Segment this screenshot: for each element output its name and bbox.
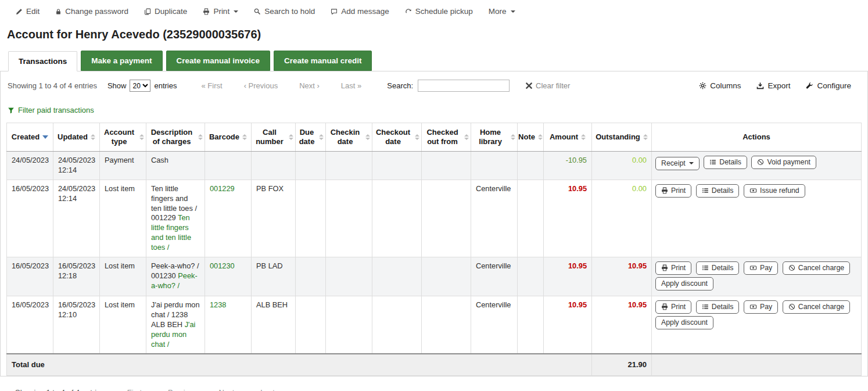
first-page-link[interactable]: « First <box>202 81 223 90</box>
search-to-hold-button[interactable]: Search to hold <box>254 7 315 16</box>
amount-cell: 10.95 <box>544 257 592 296</box>
table-tools: Columns Export Configure <box>699 81 851 90</box>
next-page-link[interactable]: Next › <box>299 81 320 90</box>
table-row: 24/05/2023 24/05/2023 12:14 Payment Cash… <box>7 152 862 180</box>
change-password-button[interactable]: Change password <box>55 7 128 16</box>
column-header-description[interactable]: Description of charges <box>146 123 205 152</box>
table-row: 16/05/2023 16/05/2023 12:18 Lost item Pe… <box>7 257 862 296</box>
apply-discount-button[interactable]: Apply discount <box>655 316 713 329</box>
printer-icon <box>661 187 668 194</box>
details-button[interactable]: Details <box>696 300 740 314</box>
barcode-cell <box>205 152 252 180</box>
filter-row: Filter paid transactions <box>8 106 862 116</box>
filter-paid-transactions-link[interactable]: Filter paid transactions <box>8 106 94 114</box>
ban-icon <box>788 303 795 310</box>
column-header-home-library[interactable]: Home library <box>471 123 518 152</box>
description-text: Ten little fingers and ten little toes /… <box>151 184 197 223</box>
print-button[interactable]: Print <box>655 261 691 275</box>
column-header-barcode[interactable]: Barcode <box>205 123 252 152</box>
tab-make-a-payment[interactable]: Make a payment <box>81 51 162 71</box>
details-button[interactable]: Details <box>704 156 747 169</box>
duplicate-button[interactable]: Duplicate <box>144 7 187 16</box>
list-icon <box>702 187 709 194</box>
ban-icon <box>757 159 764 166</box>
tab-create-manual-credit[interactable]: Create manual credit <box>274 51 372 71</box>
print-button[interactable]: Print <box>655 184 691 198</box>
column-header-amount[interactable]: Amount <box>544 123 592 152</box>
column-header-outstanding[interactable]: Outstanding <box>592 123 652 152</box>
actions-cell: Receipt Details Void payment <box>652 152 862 180</box>
configure-button[interactable]: Configure <box>806 81 851 90</box>
header-label: Outstanding <box>596 132 640 142</box>
schedule-pickup-button[interactable]: Schedule pickup <box>405 7 473 16</box>
barcode-link[interactable]: 001229 <box>210 184 235 193</box>
pay-button[interactable]: Pay <box>744 261 778 275</box>
column-header-note[interactable]: Note <box>518 123 544 152</box>
print-button[interactable]: Print <box>655 300 691 314</box>
page-size-select[interactable]: 20 <box>130 80 150 92</box>
last-page-link[interactable]: Last » <box>260 388 281 391</box>
checked-out-from-cell <box>422 257 471 296</box>
total-due-label: Total due <box>7 354 592 375</box>
previous-page-link[interactable]: ‹ Previous <box>244 81 278 90</box>
column-header-call-number[interactable]: Call number <box>252 123 296 152</box>
issue-refund-button[interactable]: Issue refund <box>744 184 805 198</box>
checkin-date-cell <box>326 152 372 180</box>
home-library-cell: Centerville <box>471 180 518 257</box>
tab-create-manual-invoice[interactable]: Create manual invoice <box>166 51 270 71</box>
due-date-cell <box>296 296 326 354</box>
description-cell: Cash <box>146 152 205 180</box>
last-page-link[interactable]: Last » <box>341 81 361 90</box>
details-button[interactable]: Details <box>696 184 740 198</box>
column-header-account-type[interactable]: Account type <box>100 123 146 152</box>
print-label: Print <box>671 186 686 195</box>
barcode-link[interactable]: 001230 <box>210 261 235 270</box>
column-header-created[interactable]: Created <box>7 123 53 152</box>
column-header-checked-out-from[interactable]: Checked out from <box>422 123 471 152</box>
print-menu-button[interactable]: Print <box>203 7 238 16</box>
cancel-charge-button[interactable]: Cancel charge <box>783 300 850 314</box>
void-payment-button[interactable]: Void payment <box>751 156 816 169</box>
receipt-button[interactable]: Receipt <box>655 157 700 170</box>
column-header-checkin-date[interactable]: Checkin date <box>326 123 372 152</box>
barcode-cell: 001229 <box>205 180 252 257</box>
note-cell <box>518 180 544 257</box>
edit-button[interactable]: Edit <box>16 7 40 16</box>
issue-refund-label: Issue refund <box>760 186 799 195</box>
column-header-due-date[interactable]: Due date <box>296 123 326 152</box>
outstanding-cell: 0.00 <box>592 152 652 180</box>
clear-filter-button[interactable]: Clear filter <box>526 81 570 90</box>
pay-button[interactable]: Pay <box>744 300 778 314</box>
barcode-link[interactable]: 1238 <box>210 300 226 309</box>
column-header-actions: Actions <box>652 123 862 152</box>
tab-transactions[interactable]: Transactions <box>8 51 77 71</box>
column-header-updated[interactable]: Updated <box>53 123 100 152</box>
first-page-link[interactable]: « First <box>121 388 142 391</box>
funnel-icon <box>8 107 15 114</box>
table-row: 16/05/2023 24/05/2023 12:14 Lost item Te… <box>7 180 862 257</box>
columns-button[interactable]: Columns <box>699 81 741 90</box>
showing-entries-info: Showing 1 to 4 of 4 entries <box>15 388 105 391</box>
caret-down-icon <box>689 162 694 164</box>
list-icon <box>702 303 709 310</box>
column-header-checkout-date[interactable]: Checkout date <box>372 123 422 152</box>
details-button[interactable]: Details <box>696 261 740 275</box>
actions-cell: Print Details Pay Cancel charge Apply di… <box>652 257 862 296</box>
print-label: Print <box>213 7 229 16</box>
previous-page-link[interactable]: ‹ Previous <box>163 388 198 391</box>
gear-icon <box>699 82 706 89</box>
page-title: Account for Henry Acevedo (2352900003567… <box>7 28 861 41</box>
due-date-cell <box>296 257 326 296</box>
more-menu-button[interactable]: More <box>489 7 515 16</box>
apply-discount-label: Apply discount <box>661 318 708 327</box>
add-message-button[interactable]: Add message <box>331 7 389 16</box>
apply-discount-button[interactable]: Apply discount <box>655 277 713 290</box>
export-button[interactable]: Export <box>756 81 790 90</box>
next-page-link[interactable]: Next › <box>219 388 239 391</box>
list-icon <box>709 159 716 166</box>
money-icon <box>749 303 757 310</box>
checkout-date-cell <box>372 296 422 354</box>
cancel-charge-button[interactable]: Cancel charge <box>783 261 850 275</box>
search-input[interactable] <box>418 80 510 92</box>
cancel-charge-label: Cancel charge <box>798 264 844 272</box>
